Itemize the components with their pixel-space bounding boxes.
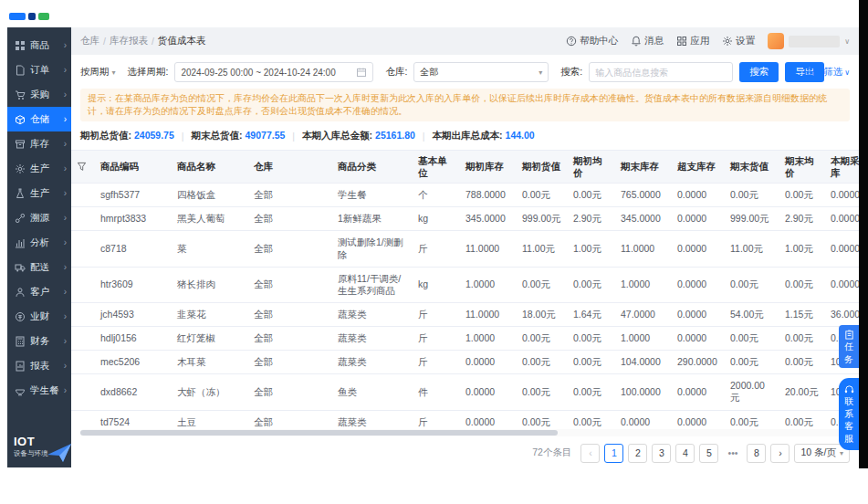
row-filter-cell [71,231,95,267]
period-mode-select[interactable]: 按周期 ▾ [80,66,116,79]
table-row[interactable]: jch4593韭菜花全部蔬菜类斤11.000018.00元1.64元47.000… [71,302,859,326]
table-cell: 20.00元 [779,374,825,410]
sidebar-item-7[interactable]: 生产› [7,181,71,205]
table-cell: 蔬菜类 [332,351,413,374]
page-button-5[interactable]: 5 [699,444,718,463]
table-cell: mec5206 [95,351,172,374]
sidebar-item-label: 分析 [30,236,49,249]
table-row[interactable]: c8718菜全部测试删除1/测删除斤11.000011.00元1.00元11.0… [71,231,859,267]
row-filter-cell [71,327,95,351]
column-filter-header[interactable] [71,151,95,184]
breadcrumb-item[interactable]: 仓库 [80,35,99,47]
search-button[interactable]: 搜索 [739,62,779,82]
sidebar-item-3[interactable]: 采购› [7,82,71,107]
date-range-input[interactable]: 2024-09-25 00:00 ~ 2024-10-24 24:00 [174,62,373,82]
page-button-3[interactable]: 3 [652,444,671,463]
table-cell: 1.00元 [568,231,615,267]
chevron-right-icon: › [64,65,67,75]
search-input[interactable] [589,62,733,82]
sidebar-item-9[interactable]: 分析› [7,230,71,255]
username-redacted [789,36,840,47]
account-menu[interactable]: ∨ [768,33,850,49]
sidebar-item-8[interactable]: 溯源› [7,205,71,230]
prev-page-button[interactable]: ‹ [580,444,600,463]
page-button-2[interactable]: 2 [628,444,647,463]
page-button-1[interactable]: 1 [604,444,623,463]
bell-icon [631,36,642,47]
table-cell: 11.0000 [460,302,517,326]
table-cell: 788.0000 [460,184,517,207]
table-cell: 0.0000 [672,267,725,302]
next-page-button[interactable]: › [770,444,790,463]
table-cell: 斤 [413,302,460,326]
table-cell: 0.00元 [568,327,615,351]
stat-value: 49077.55 [246,130,286,142]
table-cell: 345.0000 [460,207,517,231]
contact-support-float-button[interactable]: 联系客服 [839,378,859,450]
table-cell: 0.0000 [672,302,725,326]
contact-label-char: 服 [844,434,853,445]
sidebar-item-label: 商品 [30,39,49,52]
sidebar-item-2[interactable]: 订单› [7,58,71,82]
sidebar-item-label: 仓储 [30,113,49,126]
gear-icon [15,163,26,174]
topbar-action-help[interactable]: 帮助中心 [566,35,618,47]
topbar-action-apps[interactable]: 应用 [676,35,709,47]
table-row[interactable]: mec5206木耳菜全部蔬菜类斤0.00000.00元0.00元104.0000… [71,351,859,374]
table-cell: 全部 [248,207,332,231]
main-area: 仓库/库存报表/货值成本表 帮助中心消息应用设置 ∨ 按周期 ▾ 选择周期: [71,27,859,467]
table-row[interactable]: hdlj0156红灯笼椒全部蔬菜类斤1.00000.00元0.00元1.0000… [71,327,859,351]
stat-item: 期初总货值:24059.75 [80,130,174,142]
filter-bar: 按周期 ▾ 选择周期: 2024-09-25 00:00 ~ 2024-10-2… [71,55,859,89]
sidebar-item-1[interactable]: 商品› [7,33,71,58]
table-row[interactable]: hmrpt3833黑美人葡萄全部1新鲜蔬果kg345.0000999.00元2.… [71,207,859,231]
task-float-button[interactable]: 任务 [839,325,859,368]
sidebar-item-12[interactable]: 业财› [7,304,71,329]
sidebar-item-label: 财务 [30,335,49,348]
topbar-actions: 帮助中心消息应用设置 [566,35,755,47]
column-header: 本期采购入库 [825,151,859,184]
table-cell: 1.64元 [568,302,615,326]
table-cell: 0.0000 [460,410,517,428]
topbar-action-gear[interactable]: 设置 [722,35,755,47]
warehouse-select[interactable]: 全部 ▾ [413,62,549,82]
table-cell: 0.0000 [825,207,859,231]
sidebar-item-5[interactable]: 库存› [7,131,71,156]
table-cell: 1.0000 [460,327,517,351]
table-row[interactable]: dxd8662大虾（冻）全部鱼类件0.00000.00元0.00元100.000… [71,374,859,410]
topbar-action-bell[interactable]: 消息 [631,35,664,47]
page-button-4[interactable]: 4 [675,444,695,463]
contact-label-char: 客 [844,421,853,432]
advanced-filter-link[interactable]: 高级筛选 ∨ [804,66,850,79]
table-cell: 0.00元 [725,327,779,351]
breadcrumb-item: 货值成本表 [158,35,206,47]
sidebar-item-6[interactable]: 生产› [7,156,71,181]
date-range-value: 2024-09-25 00:00 ~ 2024-10-24 24:00 [181,68,335,78]
table-cell: 斤 [413,410,460,428]
sidebar-item-14[interactable]: 报表› [7,353,71,378]
headset-icon [844,384,854,394]
page-button-8[interactable]: 8 [747,444,766,463]
sidebar-item-15[interactable]: 学生餐› [7,378,71,403]
table-row[interactable]: td7524土豆全部蔬菜类斤0.00000.00元0.00元0.00000.00… [71,410,859,428]
stat-item: 本期出库总成本:144.00 [433,130,535,142]
sidebar-item-13[interactable]: 财务› [7,329,71,353]
notice-banner: 提示：在某商品库存为负的情况下，库存均价会在此商品下一次入库时更新为此次入库的入… [80,89,850,121]
table-cell: 0.00元 [517,267,568,302]
avatar[interactable] [768,33,784,49]
column-header: 商品分类 [332,151,413,184]
stat-item: 期末总货值:49077.55 [192,130,286,142]
sidebar-item-11[interactable]: 客户› [7,279,71,304]
scrollbar-thumb[interactable] [80,430,558,436]
table-cell: 0.00元 [779,327,825,351]
table-row[interactable]: htr3609猪长排肉全部原料11/干调类/生生系列商品kg1.00000.00… [71,267,859,302]
sidebar-item-10[interactable]: 配送› [7,255,71,279]
sidebar-item-4[interactable]: 仓储› [7,107,71,131]
stat-label: 期末总货值: [192,130,243,142]
table-cell: sgfh5377 [95,184,172,207]
table-cell: 0.00元 [725,184,779,207]
stat-label: 本期出库总成本: [433,130,503,142]
breadcrumb-item[interactable]: 库存报表 [110,35,148,47]
horizontal-scrollbar[interactable] [80,429,850,436]
table-row[interactable]: sgfh5377四格饭盒全部学生餐个788.00000.00元0.00元765.… [71,184,859,207]
